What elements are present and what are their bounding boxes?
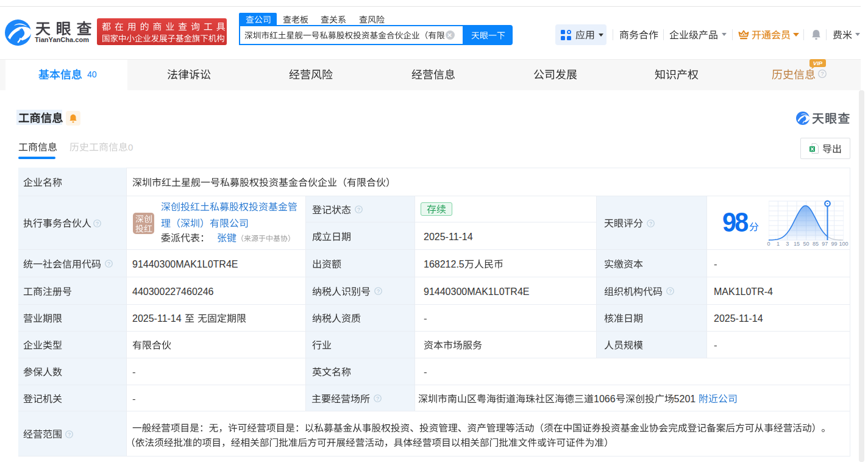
svg-text:?: ? (377, 288, 380, 294)
svg-text:?: ? (68, 431, 71, 437)
svg-text:?: ? (107, 261, 110, 267)
svg-text:?: ? (649, 220, 652, 226)
svg-text:?: ? (820, 71, 824, 77)
svg-text:?: ? (357, 207, 360, 213)
svg-text:?: ? (96, 220, 99, 226)
svg-text:?: ? (376, 396, 379, 402)
svg-text:?: ? (669, 288, 672, 294)
svg-text:VIP: VIP (813, 60, 823, 66)
